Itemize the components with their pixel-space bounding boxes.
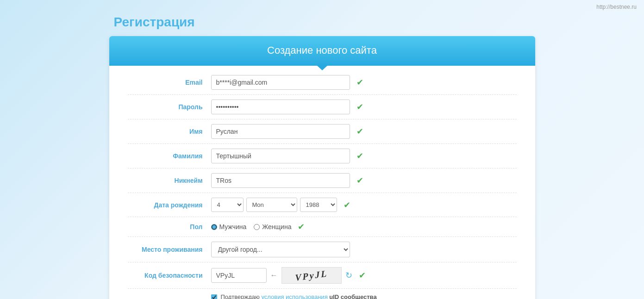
agreement-link[interactable]: условия использования [261, 293, 327, 299]
nickname-label: Никнейм [128, 177, 211, 184]
captcha-row: Код безопасности ← VPyJL ↻ ✔ [128, 262, 517, 289]
gender-female-radio[interactable] [254, 224, 260, 230]
dob-label: Дата рождения [128, 201, 211, 209]
gender-female-option[interactable]: Женщина [254, 223, 291, 230]
captcha-group: ← VPyJL ↻ [211, 267, 352, 284]
email-row: Email ✔ [128, 70, 517, 95]
page-title: Регистрация [109, 10, 535, 36]
password-check-icon: ✔ [356, 102, 363, 112]
gender-male-option[interactable]: Мужчина [211, 223, 247, 230]
gender-label: Пол [128, 223, 211, 230]
dob-group: 4 Mon 1988 [211, 198, 337, 212]
password-field[interactable] [211, 100, 350, 114]
captcha-image: VPyJL [281, 267, 342, 284]
dob-row: Дата рождения 4 Mon 1988 ✔ [128, 193, 517, 217]
gender-female-label: Женщина [262, 223, 291, 230]
captcha-label: Код безопасности [128, 272, 211, 279]
email-label: Email [128, 79, 211, 86]
nickname-row: Никнейм ✔ [128, 168, 517, 193]
form-container: Создание нового сайта Email ✔ Пароль ✔ [109, 36, 535, 299]
name-label: Имя [128, 128, 211, 135]
email-check-icon: ✔ [356, 77, 363, 87]
surname-label: Фамилия [128, 152, 211, 160]
gender-check-icon: ✔ [298, 222, 305, 232]
city-select[interactable]: Другой город... [211, 242, 350, 257]
main-content: Регистрация Создание нового сайта Email … [109, 10, 535, 299]
captcha-arrow-icon: ← [270, 271, 278, 280]
name-field[interactable] [211, 124, 350, 139]
name-check-icon: ✔ [356, 126, 363, 137]
captcha-input[interactable] [211, 268, 267, 283]
name-row: Имя ✔ [128, 119, 517, 144]
gender-group: Мужчина Женщина [211, 223, 292, 230]
form-header: Создание нового сайта [109, 36, 535, 66]
surname-field[interactable] [211, 149, 350, 163]
top-bar: http://bestnee.ru [0, 0, 644, 10]
city-label: Место проживания [128, 246, 211, 253]
gender-male-radio[interactable] [211, 224, 217, 230]
gender-row: Пол Мужчина Женщина ✔ [128, 217, 517, 237]
nickname-field[interactable] [211, 173, 350, 188]
form-body: Email ✔ Пароль ✔ Имя ✔ [109, 66, 535, 299]
page-wrapper: http://bestnee.ru Регистрация Создание н… [0, 0, 644, 299]
dob-month-select[interactable]: Mon [246, 198, 297, 212]
password-label: Пароль [128, 103, 211, 111]
dob-day-select[interactable]: 4 [211, 198, 244, 212]
nickname-check-icon: ✔ [356, 175, 363, 186]
city-row: Место проживания Другой город... [128, 237, 517, 262]
dob-year-select[interactable]: 1988 [300, 198, 337, 212]
surname-check-icon: ✔ [356, 151, 363, 161]
email-field[interactable] [211, 75, 350, 90]
agreement-checkbox[interactable] [211, 294, 217, 299]
gender-male-label: Мужчина [219, 223, 247, 230]
agreement-row: Подтверждаю условия использования uID со… [128, 289, 517, 299]
password-row: Пароль ✔ [128, 95, 517, 119]
dob-check-icon: ✔ [344, 200, 350, 210]
captcha-check-icon: ✔ [359, 270, 366, 280]
logo-url: http://bestnee.ru [596, 4, 637, 10]
agreement-suffix: uID сообщества [328, 293, 377, 299]
surname-row: Фамилия ✔ [128, 144, 517, 168]
captcha-refresh-icon[interactable]: ↻ [345, 270, 352, 280]
agreement-prefix: Подтверждаю [221, 293, 262, 299]
agreement-text: Подтверждаю условия использования uID со… [221, 293, 377, 299]
form-header-title: Создание нового сайта [119, 44, 526, 56]
